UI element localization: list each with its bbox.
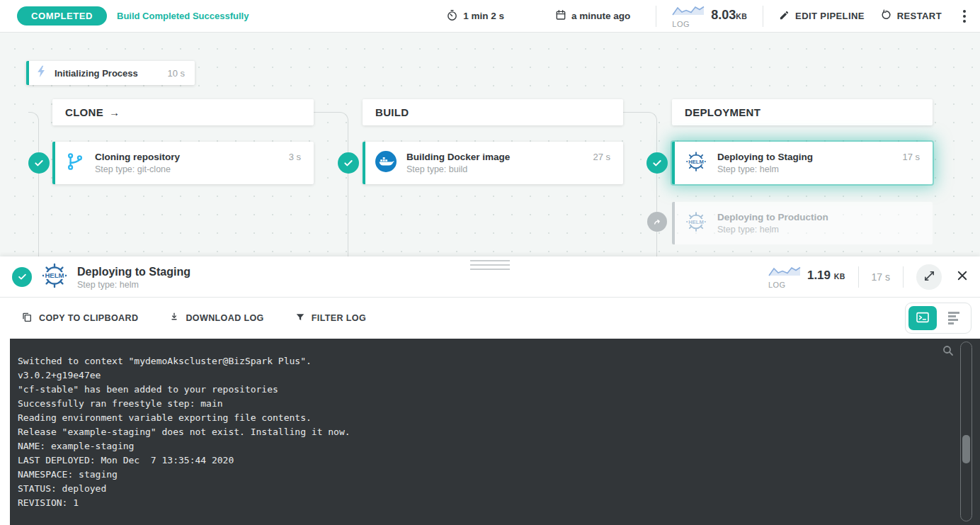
log-toolbar: COPY TO CLIPBOARD DOWNLOAD LOG FILTER LO… xyxy=(0,298,980,339)
connector-line xyxy=(623,112,657,256)
log-line: v3.0.2+g19e47ee xyxy=(18,368,952,383)
svg-text:HELM: HELM xyxy=(688,219,704,225)
filter-log-button[interactable]: FILTER LOG xyxy=(295,312,366,324)
stage-header-clone: CLONE → xyxy=(52,99,314,125)
log-size: 1.19 kB xyxy=(807,269,845,283)
build-finished-time: a minute ago xyxy=(555,9,630,23)
step-type: Step type: helm xyxy=(717,164,892,174)
step-title: Deploying to Production xyxy=(717,212,920,222)
step-initializing-process[interactable]: Initializing Process 10 s xyxy=(26,61,195,85)
download-icon xyxy=(169,312,179,324)
helm-icon: HELM xyxy=(40,261,69,293)
step-duration: 17 s xyxy=(902,152,920,162)
success-check-icon xyxy=(28,152,50,174)
close-icon xyxy=(956,269,969,284)
log-label: LOG xyxy=(672,20,690,28)
expand-panel-button[interactable] xyxy=(916,264,942,290)
pencil-icon xyxy=(779,10,790,23)
more-options-menu-icon[interactable] xyxy=(957,7,972,26)
step-title: Cloning repository xyxy=(95,152,279,162)
stopwatch-icon xyxy=(446,9,458,23)
terminal-scrollbar-thumb[interactable] xyxy=(962,435,970,463)
step-title: Initializing Process xyxy=(55,68,167,79)
step-deploying-to-staging[interactable]: HELM Deploying to Staging Step type: hel… xyxy=(672,142,933,184)
restart-icon xyxy=(880,9,891,23)
step-detail-panel: HELM Deploying to Staging Step type: hel… xyxy=(0,256,980,525)
terminal-scrollbar[interactable] xyxy=(960,341,972,521)
git-branch-icon xyxy=(65,152,85,174)
step-duration: 10 s xyxy=(167,68,185,79)
log-line: LAST DEPLOYED: Mon Dec 7 13:35:44 2020 xyxy=(18,453,952,468)
step-log-usage: LOG 1.19 kB xyxy=(768,265,845,289)
step-duration: 27 s xyxy=(593,152,610,162)
svg-text:HELM: HELM xyxy=(688,159,704,165)
copy-to-clipboard-button[interactable]: COPY TO CLIPBOARD xyxy=(21,312,138,325)
stage-header-deployment: DEPLOYMENT xyxy=(672,99,933,125)
log-line: REVISION: 1 xyxy=(18,496,952,510)
status-badge: COMPLETED xyxy=(17,6,107,26)
panel-step-title: Deploying to Staging xyxy=(77,266,760,278)
restart-button[interactable]: RESTART xyxy=(880,9,942,23)
log-label: LOG xyxy=(768,281,786,289)
search-icon[interactable] xyxy=(942,344,955,361)
build-duration-value: 1 min 2 s xyxy=(463,11,504,21)
build-header-bar: COMPLETED Build Completed Successfully 1… xyxy=(0,0,980,33)
connector-line xyxy=(28,112,39,256)
build-log-usage: LOG 8.03kB xyxy=(672,4,747,28)
log-line: Reading environment variable exporting f… xyxy=(18,411,952,425)
filter-icon xyxy=(295,312,305,324)
log-line: "cf-stable" has been added to your repos… xyxy=(18,383,952,397)
log-view-toggle xyxy=(905,303,972,334)
text-view-button[interactable] xyxy=(940,306,968,330)
log-line: Release "example-staging" does not exist… xyxy=(18,425,952,439)
panel-step-duration: 17 s xyxy=(872,271,890,283)
log-sparkline-icon xyxy=(768,265,801,280)
build-finished-value: a minute ago xyxy=(571,11,630,21)
connector-line xyxy=(314,112,348,256)
svg-text:HELM: HELM xyxy=(45,271,64,279)
divider xyxy=(656,6,656,27)
helm-icon: HELM xyxy=(685,150,707,176)
terminal-icon xyxy=(916,312,930,325)
text-lines-icon xyxy=(948,312,959,324)
docker-icon xyxy=(375,151,397,175)
pipeline-canvas: Initializing Process 10 s CLONE → BUILD … xyxy=(0,33,980,256)
step-title: Deploying to Staging xyxy=(717,152,892,162)
download-log-button[interactable]: DOWNLOAD LOG xyxy=(169,312,263,324)
panel-drag-handle[interactable] xyxy=(466,259,514,271)
step-type: Step type: build xyxy=(406,164,583,174)
log-sparkline-icon xyxy=(672,4,705,19)
arrow-right-icon: → xyxy=(109,106,120,118)
expand-icon xyxy=(923,270,935,284)
success-check-icon xyxy=(12,267,32,287)
helm-icon: HELM xyxy=(685,210,707,236)
build-duration: 1 min 2 s xyxy=(446,9,504,23)
log-terminal[interactable]: Switched to context "mydemoAkscluster@Bi… xyxy=(10,339,980,525)
divider xyxy=(858,266,859,288)
step-title: Building Docker image xyxy=(406,152,583,162)
step-deploying-to-production[interactable]: HELM Deploying to Production Step type: … xyxy=(672,202,933,244)
step-duration: 3 s xyxy=(289,152,301,162)
copy-icon xyxy=(21,312,33,325)
edit-pipeline-button[interactable]: EDIT PIPELINE xyxy=(779,10,865,23)
log-size: 8.03kB xyxy=(711,8,747,23)
log-line: Switched to context "mydemoAkscluster@Bi… xyxy=(18,354,952,368)
log-line: STATUS: deployed xyxy=(18,482,952,496)
step-cloning-repository[interactable]: Cloning repository Step type: git-clone … xyxy=(52,142,314,184)
success-check-icon xyxy=(338,152,359,174)
success-check-icon xyxy=(646,152,668,174)
log-line: NAMESPACE: staging xyxy=(18,468,952,482)
step-building-docker-image[interactable]: Building Docker image Step type: build 2… xyxy=(363,142,623,184)
step-type: Step type: helm xyxy=(717,225,920,235)
close-panel-button[interactable] xyxy=(955,268,970,286)
divider xyxy=(903,266,904,288)
terminal-view-button[interactable] xyxy=(908,306,937,330)
log-lines: Switched to context "mydemoAkscluster@Bi… xyxy=(18,354,952,510)
lightning-icon xyxy=(36,65,47,81)
skipped-step-icon xyxy=(647,212,667,232)
divider xyxy=(763,6,763,27)
status-message: Build Completed Successfully xyxy=(117,11,249,21)
panel-step-type: Step type: helm xyxy=(77,280,760,290)
log-line: Successfully ran freestyle step: main xyxy=(18,397,952,411)
log-line: NAME: example-staging xyxy=(18,439,952,453)
